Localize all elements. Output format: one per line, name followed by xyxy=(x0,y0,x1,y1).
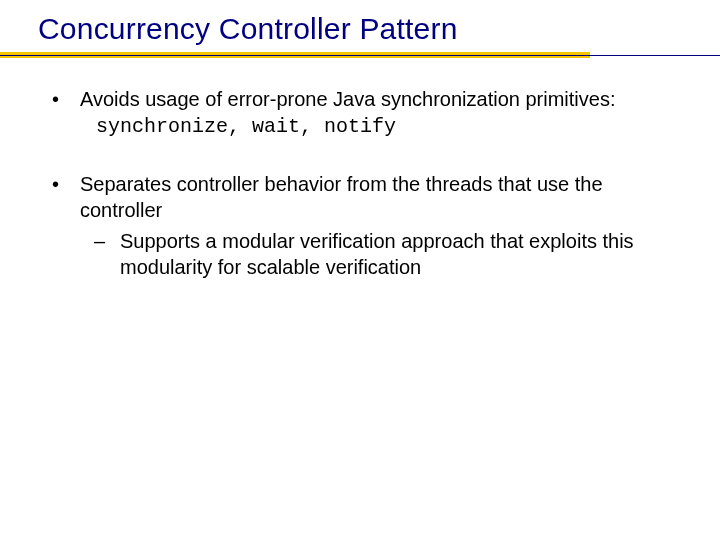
slide-body: Avoids usage of error-prone Java synchro… xyxy=(0,60,720,280)
sub-bullet-item: Supports a modular verification approach… xyxy=(80,228,680,281)
title-rule xyxy=(0,52,720,60)
slide-title: Concurrency Controller Pattern xyxy=(0,0,720,52)
code-primitives: synchronize, wait, notify xyxy=(80,114,680,140)
sub-bullet-text: Supports a modular verification approach… xyxy=(120,230,634,278)
bullet-item: Avoids usage of error-prone Java synchro… xyxy=(40,86,680,141)
bullet-item: Separates controller behavior from the t… xyxy=(40,171,680,281)
bullet-text: Separates controller behavior from the t… xyxy=(80,173,603,221)
bullet-text: Avoids usage of error-prone Java synchro… xyxy=(80,88,615,110)
rule-navy xyxy=(0,55,720,56)
